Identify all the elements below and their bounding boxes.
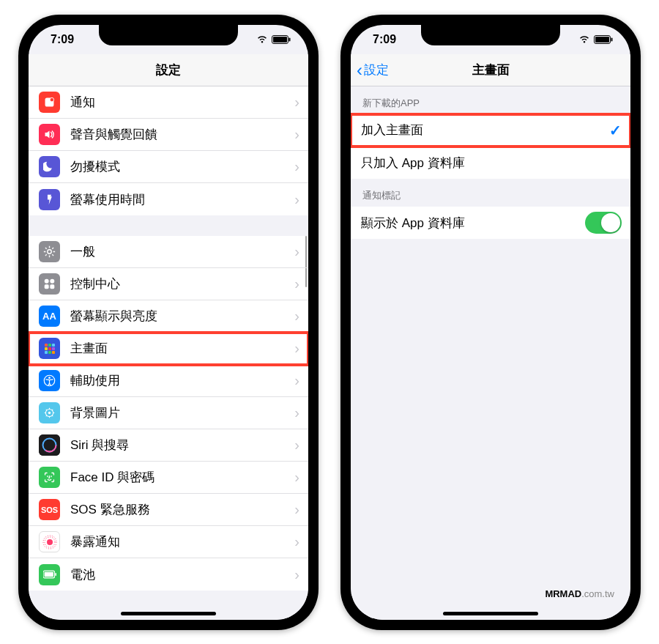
svg-rect-1: [273, 37, 287, 42]
row-faceid[interactable]: Face ID 與密碼›: [29, 462, 308, 494]
row-label: 輔助使用: [70, 372, 294, 389]
general-icon: [39, 241, 60, 262]
svg-rect-16: [45, 351, 48, 354]
row-notifications[interactable]: 通知›: [29, 86, 308, 119]
accessibility-icon: [39, 370, 60, 391]
chevron-right-icon: ›: [294, 191, 299, 208]
svg-rect-14: [48, 347, 51, 350]
row-sos[interactable]: SOSSOS 緊急服務›: [29, 494, 308, 526]
svg-rect-23: [39, 434, 60, 456]
svg-rect-8: [45, 284, 49, 289]
row-label: 一般: [70, 243, 294, 260]
toggle-switch[interactable]: [585, 212, 622, 234]
svg-rect-13: [45, 347, 48, 350]
chevron-left-icon: ‹: [357, 62, 362, 79]
row-label: 加入主畫面: [361, 122, 609, 138]
svg-point-5: [48, 250, 51, 253]
row-display[interactable]: AA螢幕顯示與亮度›: [29, 300, 308, 333]
row-add-home[interactable]: 加入主畫面✓: [351, 114, 630, 147]
row-siri[interactable]: Siri 與搜尋›: [29, 429, 308, 462]
row-app-library[interactable]: 只加入 App 資料庫: [351, 147, 630, 179]
row-general[interactable]: 一般›: [29, 236, 308, 268]
row-label: 螢幕使用時間: [70, 191, 294, 208]
chevron-right-icon: ›: [294, 308, 299, 325]
chevron-right-icon: ›: [294, 243, 299, 260]
watermark: MRMAD.com.tw: [545, 588, 614, 599]
row-dnd[interactable]: 勿擾模式›: [29, 151, 308, 183]
navbar: 設定: [29, 54, 308, 86]
svg-rect-9: [50, 284, 54, 289]
notch: [421, 25, 560, 45]
dnd-icon: [39, 156, 60, 177]
section-header-new-apps: 新下載的APP: [351, 86, 630, 114]
sos-icon: SOS: [39, 499, 60, 520]
svg-rect-10: [45, 344, 48, 347]
page-title: 主畫面: [472, 62, 510, 78]
row-label: Face ID 與密碼: [70, 469, 294, 486]
chevron-right-icon: ›: [294, 372, 299, 389]
svg-point-22: [48, 412, 51, 414]
notifications-icon: [39, 92, 60, 113]
row-label: Siri 與搜尋: [70, 437, 294, 454]
row-label: SOS 緊急服務: [70, 501, 294, 518]
chevron-right-icon: ›: [294, 340, 299, 357]
svg-point-20: [48, 377, 51, 379]
chevron-right-icon: ›: [294, 94, 299, 111]
row-exposure[interactable]: 暴露通知›: [29, 526, 308, 558]
row-show-in-library[interactable]: 顯示於 App 資料庫: [351, 207, 630, 239]
page-title: 設定: [156, 62, 181, 78]
row-screentime[interactable]: 螢幕使用時間›: [29, 183, 308, 215]
faceid-icon: [39, 467, 60, 488]
phone-frame-left: 7:09 設定 通知›聲音與觸覺回饋›勿擾模式›螢幕使用時間› 一般›控制中心›…: [18, 15, 319, 630]
battery-icon: [594, 35, 613, 44]
settings-list[interactable]: 通知›聲音與觸覺回饋›勿擾模式›螢幕使用時間› 一般›控制中心›AA螢幕顯示與亮…: [29, 86, 308, 620]
svg-rect-31: [55, 573, 56, 576]
row-label: 螢幕顯示與亮度: [70, 308, 294, 325]
row-controlcenter[interactable]: 控制中心›: [29, 268, 308, 300]
svg-rect-30: [44, 572, 53, 577]
homescreen-settings: 新下載的APP 加入主畫面✓只加入 App 資料庫 通知標記 顯示於 App 資…: [351, 86, 630, 620]
back-button[interactable]: ‹ 設定: [357, 62, 389, 79]
status-time: 7:09: [373, 33, 396, 46]
svg-rect-2: [289, 38, 291, 42]
controlcenter-icon: [39, 273, 60, 295]
sounds-icon: [39, 124, 60, 145]
chevron-right-icon: ›: [294, 126, 299, 143]
row-label: 只加入 App 資料庫: [361, 155, 622, 171]
notch: [99, 25, 238, 45]
row-label: 聲音與觸覺回饋: [70, 126, 294, 143]
svg-point-4: [50, 97, 53, 101]
home-indicator[interactable]: [443, 612, 538, 615]
chevron-right-icon: ›: [294, 404, 299, 421]
row-label: 電池: [70, 566, 294, 583]
screentime-icon: [39, 189, 60, 210]
navbar: ‹ 設定 主畫面: [351, 54, 630, 86]
homescreen-icon: [39, 338, 60, 359]
row-battery[interactable]: 電池›: [29, 558, 308, 591]
wifi-icon: [256, 35, 268, 44]
home-indicator[interactable]: [121, 612, 216, 615]
row-homescreen[interactable]: 主畫面›: [29, 333, 308, 365]
svg-rect-12: [52, 344, 55, 347]
section-header-badges: 通知標記: [351, 179, 630, 207]
back-label: 設定: [364, 62, 389, 78]
row-label: 控制中心: [70, 275, 294, 292]
chevron-right-icon: ›: [294, 501, 299, 518]
svg-point-26: [47, 539, 53, 545]
chevron-right-icon: ›: [294, 158, 299, 175]
siri-icon: [39, 434, 60, 456]
row-label: 勿擾模式: [70, 158, 294, 175]
chevron-right-icon: ›: [294, 437, 299, 454]
status-time: 7:09: [51, 33, 74, 46]
battery-icon: [272, 35, 291, 44]
row-label: 背景圖片: [70, 404, 294, 421]
row-wallpaper[interactable]: 背景圖片›: [29, 397, 308, 429]
wifi-icon: [578, 35, 590, 44]
chevron-right-icon: ›: [294, 533, 299, 550]
display-icon: AA: [39, 306, 60, 327]
checkmark-icon: ✓: [609, 122, 622, 139]
row-accessibility[interactable]: 輔助使用›: [29, 365, 308, 397]
battery-icon: [39, 564, 60, 585]
row-sounds[interactable]: 聲音與觸覺回饋›: [29, 119, 308, 151]
svg-rect-17: [48, 351, 51, 354]
